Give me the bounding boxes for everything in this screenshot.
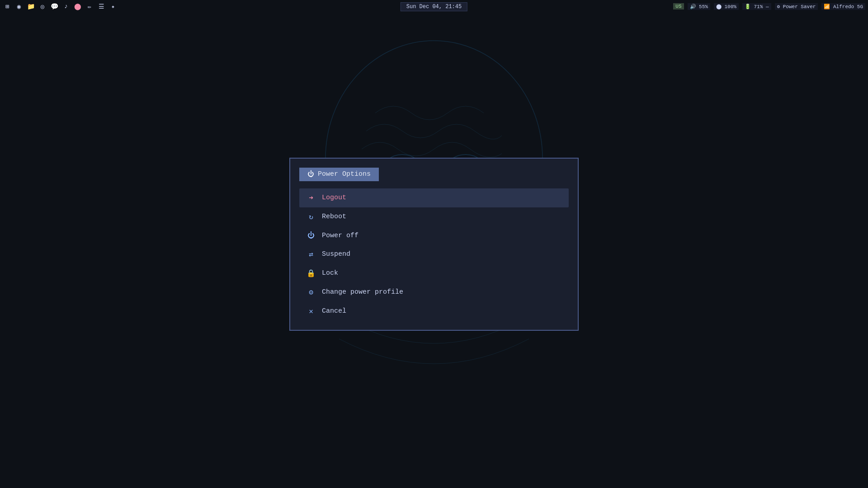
menu-item-logout[interactable]: ➜Logout bbox=[299, 188, 569, 207]
dialog-title-bar: ⏻ Power Options bbox=[299, 168, 569, 181]
menu-item-cancel[interactable]: ✕Cancel bbox=[299, 302, 569, 321]
message-icon[interactable]: 💬 bbox=[50, 2, 59, 11]
music-icon[interactable]: ♪ bbox=[61, 2, 71, 11]
poweroff-icon: ⏻ bbox=[307, 231, 316, 240]
menu-item-reboot[interactable]: ↻Reboot bbox=[299, 207, 569, 226]
cancel-icon: ✕ bbox=[307, 307, 316, 316]
grid-icon[interactable]: ⊞ bbox=[3, 2, 12, 11]
circle-icon[interactable]: ◉ bbox=[14, 2, 24, 11]
battery-indicator[interactable]: 🔋 71% — bbox=[742, 3, 771, 10]
dialog-overlay: ⏻ Power Options ➜Logout↻Reboot⏻Power off… bbox=[0, 0, 868, 488]
lock-label: Lock bbox=[322, 269, 338, 277]
pencil-icon[interactable]: ✏ bbox=[85, 2, 94, 11]
cancel-label: Cancel bbox=[322, 307, 346, 315]
change-power-label: Change power profile bbox=[322, 288, 403, 296]
reboot-label: Reboot bbox=[322, 213, 346, 221]
dialog-title: Power Options bbox=[318, 170, 371, 178]
plus-icon[interactable]: ✦ bbox=[108, 2, 118, 11]
menu-item-lock[interactable]: 🔒Lock bbox=[299, 264, 569, 283]
suspend-label: Suspend bbox=[322, 250, 350, 258]
clock-display: Sun Dec 04, 21:45 bbox=[401, 2, 467, 11]
logout-icon: ➜ bbox=[307, 193, 316, 202]
menu-item-suspend[interactable]: ⇄Suspend bbox=[299, 245, 569, 264]
power-dialog: ⏻ Power Options ➜Logout↻Reboot⏻Power off… bbox=[289, 158, 579, 331]
help-icon[interactable]: ◎ bbox=[38, 2, 47, 11]
taskbar-left: ⊞ ◉ 📁 ◎ 💬 ♪ ⬤ ✏ ☰ ✦ bbox=[3, 2, 118, 11]
logout-label: Logout bbox=[322, 194, 346, 202]
power-mode-indicator[interactable]: ⚙ Power Saver bbox=[775, 3, 818, 10]
taskbar: ⊞ ◉ 📁 ◎ 💬 ♪ ⬤ ✏ ☰ ✦ Sun Dec 04, 21:45 US… bbox=[0, 0, 868, 13]
video-icon[interactable]: ⬤ bbox=[73, 2, 82, 11]
taskbar-right: US 🔊 55% ⬤ 100% 🔋 71% — ⚙ Power Saver 📶 … bbox=[673, 3, 865, 10]
taskbar-center: Sun Dec 04, 21:45 bbox=[401, 2, 467, 10]
list-icon[interactable]: ☰ bbox=[97, 2, 106, 11]
suspend-icon: ⇄ bbox=[307, 250, 316, 259]
language-indicator[interactable]: US bbox=[673, 3, 684, 9]
wifi-indicator[interactable]: 📶 Alfredo 5G bbox=[821, 3, 865, 10]
reboot-icon: ↻ bbox=[307, 212, 316, 221]
menu-item-poweroff[interactable]: ⏻Power off bbox=[299, 226, 569, 245]
brightness-indicator[interactable]: ⬤ 100% bbox=[714, 3, 739, 10]
dialog-title-button[interactable]: ⏻ Power Options bbox=[299, 168, 379, 181]
power-icon: ⏻ bbox=[307, 170, 314, 178]
volume-indicator[interactable]: 🔊 55% bbox=[688, 3, 710, 10]
poweroff-label: Power off bbox=[322, 232, 359, 239]
power-menu-list: ➜Logout↻Reboot⏻Power off⇄Suspend🔒Lock⚙Ch… bbox=[299, 188, 569, 321]
folder-icon[interactable]: 📁 bbox=[26, 2, 35, 11]
change-power-icon: ⚙ bbox=[307, 288, 316, 297]
lock-icon: 🔒 bbox=[307, 269, 316, 278]
menu-item-change-power[interactable]: ⚙Change power profile bbox=[299, 283, 569, 302]
